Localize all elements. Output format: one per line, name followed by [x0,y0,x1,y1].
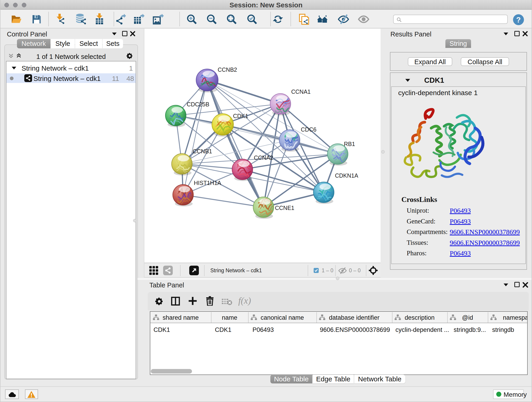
svg-text:?: ? [516,16,521,24]
svg-text:CCNB2: CCNB2 [218,66,237,73]
svg-text:CCNB1: CCNB1 [193,148,212,154]
svg-text:CCNA1: CCNA1 [291,89,311,95]
svg-text:HIST1H1A: HIST1H1A [194,180,221,186]
svg-text:CCNA2: CCNA2 [254,154,273,161]
svg-text:CDC25B: CDC25B [187,101,209,108]
svg-text:CDK1: CDK1 [233,113,248,119]
svg-text:CDKN1A: CDKN1A [335,172,358,179]
svg-text:CDC6: CDC6 [301,126,317,133]
svg-text:CCNE1: CCNE1 [275,205,294,211]
svg-text:RB1: RB1 [344,141,355,147]
